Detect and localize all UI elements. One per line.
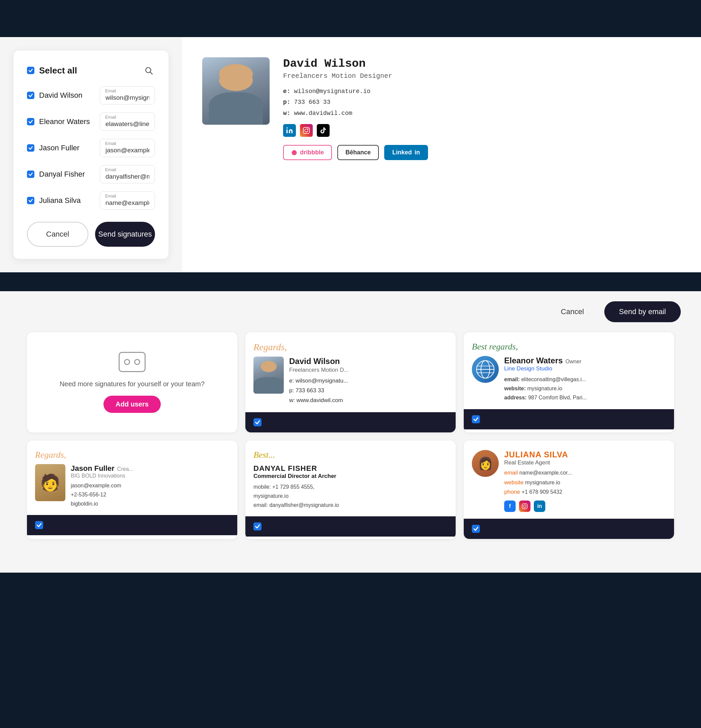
juliana-linkedin-icon[interactable]: in — [534, 501, 545, 512]
juliana-checkbox[interactable] — [27, 197, 35, 204]
sig-title: Freelancers Motion Designer — [283, 72, 428, 80]
david-card-contact: e: wilson@mysignatu... p: 733 663 33 w: … — [289, 376, 349, 406]
cassette-reel-left — [124, 359, 130, 365]
danyal-card-checkbox[interactable] — [253, 522, 262, 530]
jason-inner: 🧑 Jason Fuller Crea... BIG BOLD Innovati… — [35, 464, 229, 508]
eleanor-inner: Eleanor Waters Owner Line Design Studio … — [472, 356, 666, 402]
user-row-left: Eleanor Waters — [27, 117, 100, 126]
juliana-card-name: JULIANA SILVA — [504, 450, 572, 459]
jason-email-label: Email — [105, 141, 116, 146]
jason-card-body: Regards, 🧑 Jason Fuller Crea... BIG BOLD… — [27, 441, 237, 515]
send-email-row: Cancel Send by email — [182, 291, 701, 332]
tiktok-icon[interactable] — [317, 124, 330, 137]
svg-point-2 — [286, 127, 288, 129]
juliana-instagram-icon[interactable] — [519, 501, 530, 512]
sig-contact: e: wilson@mysignature.io p: 733 663 33 w… — [283, 86, 428, 118]
bottom-right: Cancel Send by email — [182, 291, 701, 332]
juliana-email-label: Email — [105, 194, 116, 198]
eleanor-card-role: Owner — [565, 358, 581, 365]
eleanor-card-name: Eleanor Waters — [504, 356, 563, 365]
social-icons-row — [283, 124, 428, 137]
eleanor-regards: Best regards, — [472, 342, 666, 352]
juliana-email-wrap: Email — [100, 191, 155, 209]
danyal-card-name: DANYAL FISHER — [253, 464, 448, 473]
user-row-left: Juliana Silva — [27, 196, 100, 205]
linkedin-icon[interactable] — [283, 124, 296, 137]
david-card-name: David Wilson — [289, 357, 349, 366]
danyal-email-wrap: Email — [100, 165, 155, 183]
dribbble-badge[interactable]: dribbble — [283, 145, 332, 160]
jason-checkbox[interactable] — [27, 144, 35, 152]
danyal-checkbox[interactable] — [27, 170, 35, 178]
top-bar — [0, 0, 701, 37]
user-row: David Wilson Email — [27, 86, 155, 104]
danyal-sig-card: Best... DANYAL FISHER Commercial Directo… — [245, 441, 456, 539]
david-checkbox[interactable] — [27, 92, 35, 99]
eleanor-checkbox[interactable] — [27, 118, 35, 126]
signature-preview-panel: David Wilson Freelancers Motion Designer… — [182, 37, 701, 272]
sig-cards-section: Need more signatures for yourself or you… — [0, 332, 701, 573]
send-by-email-button[interactable]: Send by email — [604, 301, 681, 322]
eleanor-email-label: Email — [105, 115, 116, 120]
search-button[interactable] — [142, 64, 155, 77]
linkedin-badge[interactable]: Linkedin — [384, 145, 428, 160]
juliana-card-info: JULIANA SILVA Real Estate Agent email na… — [504, 450, 572, 512]
david-card-inner: David Wilson Freelancers Motion D... e: … — [253, 357, 448, 406]
danyal-name: Danyal Fisher — [39, 170, 100, 179]
instagram-icon[interactable] — [300, 124, 313, 137]
david-avatar — [202, 57, 270, 125]
cassette-reel-right — [134, 359, 140, 365]
juliana-card-checkbox[interactable] — [472, 525, 480, 533]
eleanor-card-body: Best regards, Elean — [464, 332, 674, 409]
select-all-left: Select all — [27, 65, 77, 76]
svg-point-6 — [292, 150, 297, 155]
svg-rect-12 — [522, 504, 528, 509]
jason-card-info: Jason Fuller Crea... BIG BOLD Innovation… — [71, 464, 133, 508]
user-row: Danyal Fisher Email — [27, 165, 155, 183]
bottom-left-spacer — [0, 291, 182, 332]
send-signatures-button[interactable]: Send signatures — [95, 222, 155, 247]
david-card-footer — [245, 412, 456, 432]
eleanor-card-checkbox[interactable] — [472, 415, 480, 423]
jason-sig-card: Regards, 🧑 Jason Fuller Crea... BIG BOLD… — [27, 441, 237, 539]
add-users-button[interactable]: Add users — [104, 396, 161, 413]
cassette-icon — [119, 352, 146, 372]
eleanor-email-wrap: Email — [100, 113, 155, 131]
danyal-regards: Best... — [253, 450, 448, 460]
cancel-email-button[interactable]: Cancel — [547, 302, 597, 322]
jason-card-checkbox[interactable] — [35, 521, 43, 529]
david-card-checkbox[interactable] — [253, 418, 262, 426]
david-card-body: Regards, David Wilson Freelancers Motion… — [245, 332, 456, 412]
juliana-avatar: 👩 — [472, 450, 499, 477]
juliana-facebook-icon[interactable]: f — [504, 501, 516, 512]
add-users-text: Need more signatures for yourself or you… — [60, 379, 205, 389]
david-name: David Wilson — [39, 91, 100, 100]
select-all-row: Select all — [27, 64, 155, 77]
modal-buttons: Cancel Send signatures — [27, 222, 155, 247]
user-row-left: David Wilson — [27, 91, 100, 100]
main-layout: Select all — [0, 37, 701, 272]
svg-point-4 — [305, 129, 308, 132]
user-row-left: Danyal Fisher — [27, 170, 100, 179]
juliana-card-title: Real Estate Agent — [504, 459, 572, 466]
juliana-sig-card: 👩 JULIANA SILVA Real Estate Agent email … — [464, 441, 674, 539]
jason-card-sub: Crea... — [117, 466, 133, 472]
david-regards: Regards, — [253, 342, 448, 352]
jason-card-contact: jason@example.com +2-535-656-12 bigboldi… — [71, 481, 133, 508]
divider — [0, 272, 701, 291]
svg-point-13 — [523, 505, 526, 508]
juliana-card-contact: email name@example.cor... website mysign… — [504, 468, 572, 497]
jason-name: Jason Fuller — [39, 144, 100, 152]
cancel-button[interactable]: Cancel — [27, 222, 88, 247]
danyal-card-title: Commercial Director at Archer — [253, 473, 448, 480]
danyal-card-footer — [245, 516, 456, 537]
eleanor-avatar — [472, 356, 499, 383]
jason-card-name: Jason Fuller — [71, 464, 114, 473]
eleanor-card-company: Line Design Studio — [504, 365, 587, 372]
david-email-label: Email — [105, 88, 116, 93]
user-row: Eleanor Waters Email — [27, 113, 155, 131]
behance-badge[interactable]: Bēhance — [337, 145, 379, 160]
platform-badges: dribbble Bēhance Linkedin — [283, 145, 428, 160]
juliana-name: Juliana Silva — [39, 196, 100, 205]
select-all-checkbox[interactable] — [27, 67, 35, 74]
